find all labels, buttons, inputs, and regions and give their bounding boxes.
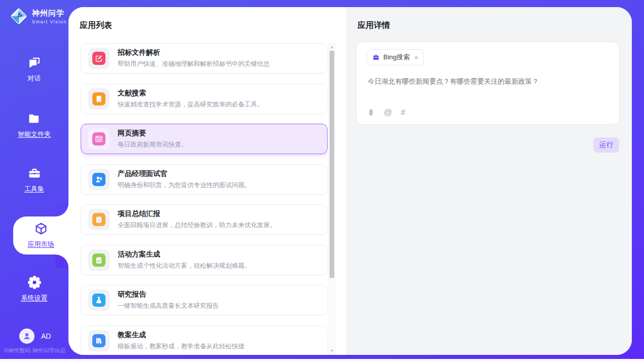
app-card-research-report[interactable]: 研究报告 一键智能生成高质量长文本研究报告 xyxy=(81,285,328,315)
app-card-event-plan[interactable]: 活动方案生成 智能生成个性化活动方案，轻松解决规划难题。 xyxy=(81,245,328,275)
run-button[interactable]: 运行 xyxy=(593,137,619,153)
research-icon xyxy=(95,296,103,304)
brand-tagline: Smart Vision xyxy=(32,19,67,24)
interviewer-icon xyxy=(95,175,103,184)
tool-tag-label: Bing搜索 xyxy=(383,53,410,62)
books-icon xyxy=(95,337,103,345)
sidebar-item-label: 对话 xyxy=(28,75,41,82)
app-list-title: 应用列表 xyxy=(80,20,112,31)
scrollbar-thumb[interactable] xyxy=(330,51,334,278)
brand-name: 神州问学 xyxy=(32,9,67,18)
app-name: 活动方案生成 xyxy=(118,250,251,259)
web-code-icon xyxy=(95,135,103,143)
app-detail-panel: 应用详情 Bing搜索 × 今日湖北有哪些新闻要点？有哪些需要关注的最新政策？ … xyxy=(346,7,632,355)
user-name: AD xyxy=(41,332,51,340)
app-card-bid-parse[interactable]: 招标文件解析 帮助用户快速、准确地理解和解析招标书中的关键信息 xyxy=(81,43,328,74)
sidebar-item-label: 应用市场 xyxy=(28,240,54,248)
app-desc: 明确身份和职责，为您提供专业性的面试问题。 xyxy=(118,181,251,190)
edit-doc-icon xyxy=(95,54,103,62)
app-card-project-summary[interactable]: 项目总结汇报 全面回顾项目进展，总结经验教训，助力未来优化发展。 xyxy=(81,204,328,235)
person-icon xyxy=(22,332,31,341)
tool-tag-bing-search[interactable]: Bing搜索 × xyxy=(367,49,424,65)
sidebar-item-label: 系统设置 xyxy=(21,294,48,302)
app-name: 文献搜索 xyxy=(118,89,264,98)
copyright-text: ©神州数码·神州问学出品 xyxy=(4,347,73,354)
briefcase-icon xyxy=(372,54,380,61)
sidebar: 神州问学 Smart Vision 对话 智能文件夹 xyxy=(0,0,68,359)
scroll-up-icon[interactable]: ▲ xyxy=(329,44,335,50)
app-name: 研究报告 xyxy=(118,290,219,299)
clipboard-icon xyxy=(95,215,103,224)
app-card-pm-interviewer[interactable]: 产品经理面试官 明确身份和职责，为您提供专业性的面试问题。 xyxy=(81,164,328,195)
app-desc: 一键智能生成高质量长文本研究报告 xyxy=(118,302,219,310)
app-name: 招标文件解析 xyxy=(118,48,270,57)
app-name: 产品经理面试官 xyxy=(118,169,251,178)
app-name: 教案生成 xyxy=(118,331,244,340)
app-desc: 全面回顾项目进展，总结经验教训，助力未来优化发展。 xyxy=(118,221,276,230)
sidebar-item-label: 工具集 xyxy=(24,185,44,193)
gear-icon xyxy=(27,275,42,289)
prompt-input[interactable]: 今日湖北有哪些新闻要点？有哪些需要关注的最新政策？ xyxy=(368,77,608,87)
brand-logo: 神州问学 Smart Vision xyxy=(9,7,67,26)
brand-diamond-icon xyxy=(9,7,28,26)
prompt-toolbar: @ # xyxy=(367,108,405,117)
app-desc: 帮助用户快速、准确地理解和解析招标书中的关键信息 xyxy=(118,60,270,68)
active-tab-top-curve xyxy=(55,203,68,216)
sidebar-item-app-market[interactable]: 应用市场 xyxy=(13,216,68,255)
tool-tag-remove-icon[interactable]: × xyxy=(414,54,418,61)
attachment-icon[interactable] xyxy=(367,108,375,117)
book-icon xyxy=(95,95,103,103)
sidebar-item-label: 智能文件夹 xyxy=(18,130,51,138)
app-desc: 智能生成个性化活动方案，轻松解决规划难题。 xyxy=(118,262,251,270)
chat-icon xyxy=(27,56,42,70)
app-background: 神州问学 Smart Vision 对话 智能文件夹 xyxy=(0,0,644,359)
app-card-literature-search[interactable]: 文献搜索 快速精准查找学术资源，提高研究效率的必备工具。 xyxy=(81,84,328,114)
prompt-card[interactable]: Bing搜索 × 今日湖北有哪些新闻要点？有哪些需要关注的最新政策？ @ # xyxy=(356,42,620,125)
cube-icon xyxy=(34,222,48,236)
app-card-lesson-plan[interactable]: 教案生成 模板驱动，教案秒成，教学准备从此轻松快捷 xyxy=(81,325,328,355)
hash-icon[interactable]: # xyxy=(401,108,405,117)
mention-icon[interactable]: @ xyxy=(384,108,392,117)
avatar[interactable] xyxy=(19,329,34,344)
app-desc: 模板驱动，教案秒成，教学准备从此轻松快捷 xyxy=(118,342,244,351)
sidebar-item-settings[interactable]: 系统设置 xyxy=(0,275,68,303)
folder-icon xyxy=(27,112,42,126)
sidebar-item-chat[interactable]: 对话 xyxy=(0,56,68,83)
app-name: 网页摘要 xyxy=(118,129,188,138)
main-content: 应用列表 招标文件解析 帮助用户快速、准确地理解和解析招标书中的关键信 xyxy=(68,7,632,355)
app-desc: 每日政府新闻资讯快查。 xyxy=(118,140,188,149)
app-list: 招标文件解析 帮助用户快速、准确地理解和解析招标书中的关键信息 xyxy=(81,43,328,355)
app-name: 项目总结汇报 xyxy=(118,209,276,219)
scroll-down-icon[interactable]: ▼ xyxy=(329,347,335,354)
toolbox-icon xyxy=(27,166,42,180)
app-card-web-summary[interactable]: 网页摘要 每日政府新闻资讯快查。 xyxy=(81,124,328,154)
list-scrollbar[interactable]: ▲ ▼ xyxy=(329,43,335,354)
sidebar-item-toolset[interactable]: 工具集 xyxy=(0,166,68,194)
user-account[interactable]: AD xyxy=(19,329,51,344)
clipboard-check-icon xyxy=(95,256,103,264)
app-detail-title: 应用详情 xyxy=(357,20,390,31)
active-tab-bottom-curve xyxy=(55,255,68,268)
app-list-panel: 应用列表 招标文件解析 帮助用户快速、准确地理解和解析招标书中的关键信 xyxy=(68,7,346,355)
sidebar-item-smart-folder[interactable]: 智能文件夹 xyxy=(0,112,68,139)
app-desc: 快速精准查找学术资源，提高研究效率的必备工具。 xyxy=(118,100,264,109)
